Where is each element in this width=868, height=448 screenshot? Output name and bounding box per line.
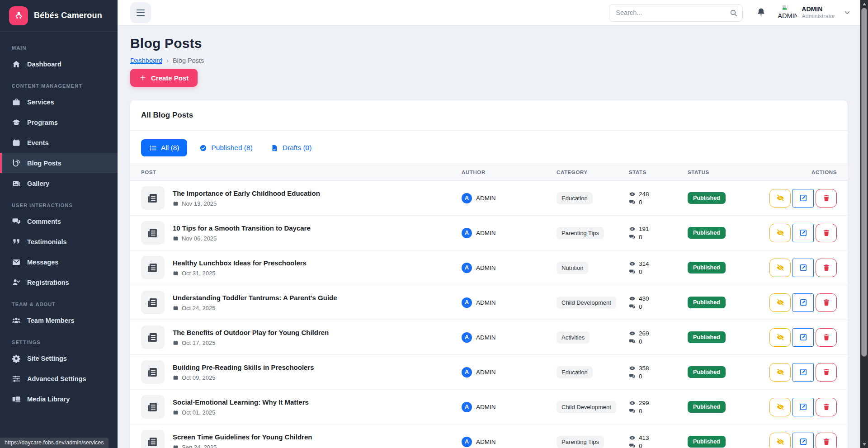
edit-post-button[interactable] <box>793 224 814 242</box>
eye-icon <box>629 400 636 406</box>
sidebar-item-advanced-settings[interactable]: Advanced Settings <box>0 368 118 389</box>
newspaper-icon <box>147 297 159 309</box>
comments-icon <box>629 443 636 448</box>
delete-post-button[interactable] <box>816 224 837 242</box>
sidebar-item-team-members[interactable]: Team Members <box>0 310 118 330</box>
sidebar-item-site-settings[interactable]: Site Settings <box>0 348 118 368</box>
unpublish-post-button[interactable] <box>769 224 791 242</box>
sidebar-item-messages[interactable]: Messages <box>0 252 118 272</box>
post-date: Oct 17, 2025 <box>173 340 329 346</box>
edit-post-button[interactable] <box>793 363 814 382</box>
sidebar-item-label: Events <box>27 139 49 146</box>
views-stat: 269 <box>629 330 688 337</box>
delete-post-button[interactable] <box>816 363 837 382</box>
post-title[interactable]: Healthy Lunchbox Ideas for Preschoolers <box>173 259 307 267</box>
unpublish-post-button[interactable] <box>769 259 791 277</box>
newspaper-icon <box>147 331 159 344</box>
author-name: ADMIN <box>476 230 496 236</box>
actions-cell <box>764 259 837 277</box>
edit-post-button[interactable] <box>793 259 814 277</box>
comments-stat: 0 <box>629 234 688 241</box>
breadcrumb-dashboard-link[interactable]: Dashboard <box>130 57 162 64</box>
author-cell: A ADMIN <box>462 297 557 308</box>
tab-all-8[interactable]: All (8) <box>141 139 187 156</box>
scroll-up-button[interactable] <box>860 0 868 7</box>
post-title[interactable]: Social-Emotional Learning: Why It Matter… <box>173 398 309 406</box>
eye-icon <box>629 260 636 267</box>
author-name: ADMIN <box>476 439 496 445</box>
sidebar-item-media-library[interactable]: Media Library <box>0 389 118 409</box>
comments-icon <box>12 217 21 226</box>
scroll-down-button[interactable] <box>860 441 868 448</box>
sidebar-item-services[interactable]: Services <box>0 92 118 112</box>
category-cell: Education <box>557 366 629 378</box>
comments-stat: 0 <box>629 338 688 345</box>
edit-post-button[interactable] <box>793 328 814 347</box>
list-icon <box>149 144 157 152</box>
unpublish-post-button[interactable] <box>769 328 791 347</box>
post-title[interactable]: The Importance of Early Childhood Educat… <box>173 189 320 197</box>
post-thumbnail <box>141 360 165 384</box>
search-input[interactable] <box>609 4 743 22</box>
delete-post-button[interactable] <box>816 433 837 448</box>
delete-post-button[interactable] <box>816 259 837 277</box>
delete-post-button[interactable] <box>816 398 837 416</box>
post-date: Nov 13, 2025 <box>173 200 320 207</box>
stats-cell: 413 0 <box>629 434 688 448</box>
pen-square-icon <box>799 298 807 307</box>
create-post-button[interactable]: Create Post <box>130 69 198 87</box>
sidebar-toggle-button[interactable] <box>130 2 151 23</box>
scrollbar-thumb[interactable] <box>861 8 867 357</box>
post-thumbnail <box>141 430 165 448</box>
post-cell: The Importance of Early Childhood Educat… <box>141 186 462 210</box>
notifications-button[interactable] <box>755 5 768 20</box>
edit-post-button[interactable] <box>793 293 814 312</box>
newspaper-icon <box>147 366 159 378</box>
user-name: ADMIN <box>802 5 835 13</box>
views-stat: 248 <box>629 191 688 198</box>
sidebar-item-comments[interactable]: Comments <box>0 211 118 231</box>
edit-post-button[interactable] <box>793 189 814 207</box>
chevron-down-icon[interactable] <box>843 9 851 17</box>
unpublish-post-button[interactable] <box>769 363 791 382</box>
unpublish-post-button[interactable] <box>769 189 791 207</box>
post-date: Sep 24, 2025 <box>173 444 312 448</box>
unpublish-post-button[interactable] <box>769 433 791 448</box>
unpublish-post-button[interactable] <box>769 293 791 312</box>
category-cell: Education <box>557 192 629 204</box>
author-cell: A ADMIN <box>462 367 557 377</box>
delete-post-button[interactable] <box>816 328 837 347</box>
check-circle-icon <box>199 144 207 152</box>
author-avatar: A <box>462 228 472 238</box>
trash-icon <box>822 194 830 202</box>
eye-slash-icon <box>776 403 784 411</box>
sidebar-item-gallery[interactable]: Gallery <box>0 173 118 193</box>
sliders-icon <box>12 374 21 383</box>
pen-square-icon <box>799 229 807 237</box>
user-menu[interactable]: ADMIN ADMIN Administrator <box>778 3 851 22</box>
sidebar-item-events[interactable]: Events <box>0 132 118 153</box>
sidebar-item-blog-posts[interactable]: Blog Posts <box>0 153 118 173</box>
sidebar-item-label: Media Library <box>27 396 70 403</box>
tab-drafts-0[interactable]: Drafts (0) <box>265 140 318 156</box>
plus-icon <box>139 74 146 81</box>
post-title[interactable]: Understanding Toddler Tantrums: A Parent… <box>173 294 337 302</box>
delete-post-button[interactable] <box>816 293 837 312</box>
post-title[interactable]: 10 Tips for a Smooth Transition to Dayca… <box>173 224 311 232</box>
tab-published-8[interactable]: Published (8) <box>193 140 258 156</box>
eye-icon <box>629 330 636 337</box>
post-title[interactable]: Screen Time Guidelines for Young Childre… <box>173 433 312 441</box>
brand[interactable]: Bébés Cameroun <box>0 0 118 32</box>
sidebar-item-dashboard[interactable]: Dashboard <box>0 54 118 74</box>
unpublish-post-button[interactable] <box>769 398 791 416</box>
sidebar-item-registrations[interactable]: Registrations <box>0 272 118 292</box>
calendar-icon <box>173 201 179 207</box>
post-title[interactable]: Building Pre-Reading Skills in Preschool… <box>173 363 314 371</box>
eye-slash-icon <box>776 229 784 237</box>
sidebar-item-programs[interactable]: Programs <box>0 112 118 132</box>
edit-post-button[interactable] <box>793 398 814 416</box>
post-title[interactable]: The Benefits of Outdoor Play for Young C… <box>173 329 329 336</box>
delete-post-button[interactable] <box>816 189 837 207</box>
sidebar-item-testimonials[interactable]: Testimonials <box>0 231 118 252</box>
edit-post-button[interactable] <box>793 433 814 448</box>
